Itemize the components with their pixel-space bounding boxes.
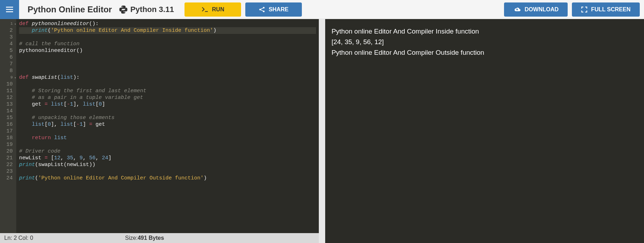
code-line[interactable]: print('Python online Editor And Compiler… [19, 175, 316, 182]
split-pane: 123456789101112131415161718192021222324 … [0, 19, 644, 243]
toolbar: Python Online Editor Python 3.11 RUN SHA… [0, 0, 644, 19]
code-line[interactable]: def swapList(list): [19, 74, 316, 81]
run-label: RUN [212, 6, 224, 13]
download-label: DOWNLOAD [525, 6, 558, 13]
code-line[interactable] [19, 61, 316, 67]
code-line[interactable]: # Driver code [19, 148, 316, 155]
code-line[interactable] [19, 81, 316, 88]
code-line[interactable]: get = list[-1], list[0] [19, 101, 316, 108]
line-number: 3 [3, 34, 13, 41]
svg-rect-2 [6, 11, 13, 12]
size-label: Size: [125, 235, 138, 241]
terminal-icon [201, 7, 209, 12]
python-icon [118, 5, 128, 14]
cursor-position: Ln: 2 Col: 0 [4, 235, 33, 241]
line-number: 21 [3, 155, 13, 161]
code-line[interactable]: # as a pair in a tuple variable get [19, 94, 316, 101]
code-editor[interactable]: 123456789101112131415161718192021222324 … [0, 19, 319, 233]
code-line[interactable] [19, 54, 316, 61]
output-pane: Python online Editor And Compiler Inside… [325, 19, 644, 243]
code-area[interactable]: def pythononlineeditor(): print('Python … [16, 19, 319, 233]
fullscreen-label: FULL SCREEN [591, 6, 631, 13]
file-size: Size:491 Bytes [125, 235, 164, 241]
app-title: Python Online Editor [28, 5, 112, 14]
code-line[interactable] [19, 128, 316, 135]
share-icon [259, 6, 265, 13]
code-line[interactable]: print(swapList(newList)) [19, 161, 316, 168]
share-button[interactable]: SHARE [245, 2, 302, 17]
code-line[interactable]: # unpacking those elements [19, 114, 316, 121]
code-line[interactable]: newList = [12, 35, 9, 56, 24] [19, 155, 316, 161]
line-number: 8 [3, 67, 13, 74]
line-number: 2 [3, 27, 13, 34]
editor-pane: 123456789101112131415161718192021222324 … [0, 19, 319, 243]
code-line[interactable] [19, 141, 316, 148]
line-number: 17 [3, 128, 13, 135]
line-number: 6 [3, 54, 13, 61]
cloud-download-icon [513, 6, 521, 13]
download-button[interactable]: DOWNLOAD [504, 2, 568, 17]
fullscreen-button[interactable]: FULL SCREEN [572, 2, 640, 17]
line-number: 15 [3, 114, 13, 121]
line-number: 5 [3, 47, 13, 54]
line-number: 1 [3, 20, 13, 27]
line-number: 23 [3, 168, 13, 175]
code-line[interactable]: list[0], list[-1] = get [19, 121, 316, 128]
fullscreen-icon [581, 6, 587, 13]
output-line: Python online Editor And Compiler Outsid… [332, 47, 638, 58]
code-line[interactable]: # Storing the first and last element [19, 88, 316, 94]
line-number: 14 [3, 108, 13, 114]
output-area: Python online Editor And Compiler Inside… [325, 19, 644, 243]
code-line[interactable]: pythononlineeditor() [19, 47, 316, 54]
line-number: 20 [3, 148, 13, 155]
line-number: 24 [3, 175, 13, 182]
language-text: Python 3.11 [130, 5, 174, 14]
line-number: 10 [3, 81, 13, 88]
language-label: Python 3.11 [118, 5, 174, 14]
output-line: Python online Editor And Compiler Inside… [332, 26, 638, 37]
code-line[interactable]: # call the function [19, 41, 316, 47]
svg-line-8 [260, 10, 263, 11]
code-line[interactable]: def pythononlineeditor(): [19, 20, 316, 27]
svg-rect-1 [6, 9, 13, 10]
line-number: 19 [3, 141, 13, 148]
svg-line-7 [260, 8, 263, 9]
menu-button[interactable] [0, 0, 19, 19]
line-number: 11 [3, 88, 13, 94]
line-number: 16 [3, 121, 13, 128]
code-line[interactable]: return list [19, 135, 316, 141]
code-line[interactable] [19, 108, 316, 114]
code-line[interactable] [19, 34, 316, 41]
svg-rect-0 [6, 7, 13, 8]
code-line[interactable] [19, 67, 316, 74]
code-line[interactable] [19, 168, 316, 175]
menu-icon [6, 7, 13, 12]
line-number: 22 [3, 161, 13, 168]
pane-divider[interactable] [319, 19, 325, 243]
line-number: 7 [3, 61, 13, 67]
line-number: 13 [3, 101, 13, 108]
line-number: 9 [3, 74, 13, 81]
code-line[interactable]: print('Python online Editor And Compiler… [19, 27, 316, 34]
output-line: [24, 35, 9, 56, 12] [332, 37, 638, 47]
line-gutter: 123456789101112131415161718192021222324 [0, 19, 16, 233]
line-number: 12 [3, 94, 13, 101]
line-number: 4 [3, 41, 13, 47]
status-bar: Ln: 2 Col: 0 Size:491 Bytes [0, 233, 319, 243]
line-number: 18 [3, 135, 13, 141]
run-button[interactable]: RUN [185, 2, 241, 17]
size-value: 491 Bytes [137, 235, 164, 241]
share-label: SHARE [269, 6, 288, 13]
